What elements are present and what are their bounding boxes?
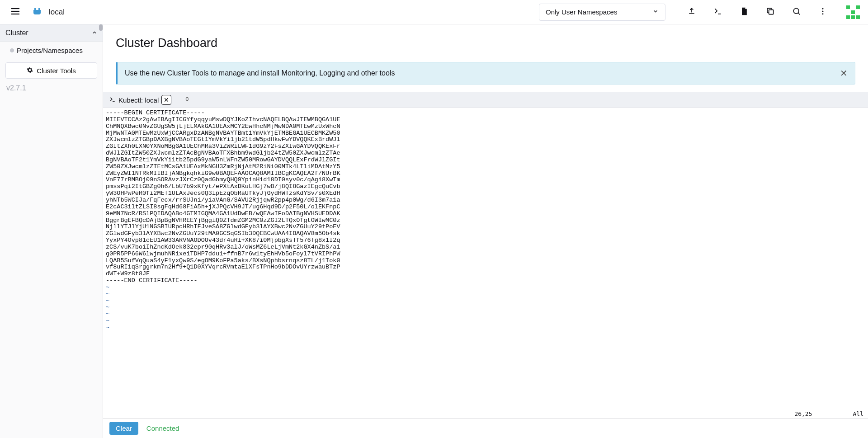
import-yaml-button[interactable] [685, 5, 698, 19]
terminal-cursor-position: 26,25 [794, 410, 812, 417]
sidebar-scrollbar[interactable] [99, 24, 103, 31]
rancher-logo-icon [32, 7, 42, 18]
namespace-filter[interactable]: Only User Namespaces [539, 4, 665, 21]
shell-tab-kubectl-local[interactable]: Kubectl: local ✕ [105, 93, 174, 107]
terminal-icon [109, 96, 116, 104]
menu-toggle-button[interactable] [8, 4, 23, 20]
terminal-statusline: 26,25 All [103, 410, 868, 418]
search-button[interactable] [790, 5, 803, 19]
page-title: Cluster Dashboard [116, 36, 855, 50]
terminal-icon [713, 7, 722, 17]
banner-close-button[interactable]: ✕ [840, 68, 848, 79]
terminal-area: -----BEGIN CERTIFICATE----- MIIEVTCCAz2g… [103, 108, 868, 418]
main: Cluster Dashboard Use the new Cluster To… [103, 24, 868, 438]
svg-point-5 [793, 8, 799, 14]
topbar: local Only User Namespaces [0, 0, 868, 24]
chevron-down-icon [652, 8, 659, 16]
shell-footer: Clear Connected [103, 418, 868, 438]
app-switcher-icon[interactable] [846, 5, 860, 19]
terminal-scroll-percent: All [853, 410, 863, 417]
gear-icon [27, 67, 33, 75]
chevron-up-icon [92, 29, 97, 37]
version-label: v2.7.1 [0, 79, 103, 98]
sidebar-section-label: Cluster [5, 29, 28, 37]
bullet-icon [10, 48, 14, 52]
namespace-filter-selected: Only User Namespaces [546, 8, 617, 16]
body: Cluster Projects/Namespaces Cluster Tool… [0, 24, 868, 438]
cluster-name: local [49, 8, 65, 17]
shell-connection-status: Connected [146, 424, 179, 432]
close-icon: ✕ [840, 68, 848, 78]
close-icon: ✕ [164, 97, 169, 103]
upload-icon [687, 7, 696, 17]
shell-tab-label: Kubectl: local [118, 96, 159, 104]
download-kubeconfig-button[interactable] [738, 5, 750, 19]
search-icon [792, 7, 801, 17]
banner-text: Use the new Cluster Tools to manage and … [125, 69, 395, 77]
copy-kubeconfig-button[interactable] [764, 5, 777, 19]
svg-point-8 [822, 11, 824, 12]
shell-clear-button[interactable]: Clear [109, 422, 138, 435]
shell-tab-close-button[interactable]: ✕ [161, 95, 171, 105]
svg-point-7 [822, 8, 824, 9]
hamburger-icon [10, 6, 21, 18]
cluster-tools-button[interactable]: Cluster Tools [5, 62, 97, 79]
svg-point-9 [822, 13, 824, 14]
svg-rect-4 [769, 10, 774, 14]
more-menu-button[interactable] [816, 5, 829, 19]
cluster-tools-label: Cluster Tools [37, 67, 75, 75]
file-icon [740, 7, 749, 17]
svg-line-6 [798, 13, 800, 15]
shell-tabbar: Kubectl: local ✕ [103, 92, 868, 108]
copy-icon [766, 7, 775, 17]
kubectl-shell-button[interactable] [712, 5, 724, 19]
shell-expand-button[interactable] [181, 94, 193, 106]
sidebar-item-label: Projects/Namespaces [17, 47, 83, 54]
namespace-filter-button[interactable]: Only User Namespaces [539, 4, 665, 21]
expand-icon [184, 96, 190, 104]
sidebar: Cluster Projects/Namespaces Cluster Tool… [0, 24, 103, 438]
sidebar-item-projects-namespaces[interactable]: Projects/Namespaces [0, 42, 103, 58]
sidebar-section-cluster[interactable]: Cluster [0, 24, 103, 42]
info-banner: Use the new Cluster Tools to manage and … [116, 62, 855, 85]
topbar-actions [685, 5, 829, 19]
terminal-output[interactable]: -----BEGIN CERTIFICATE----- MIIEVTCCAz2g… [103, 108, 868, 410]
kebab-icon [818, 7, 827, 17]
